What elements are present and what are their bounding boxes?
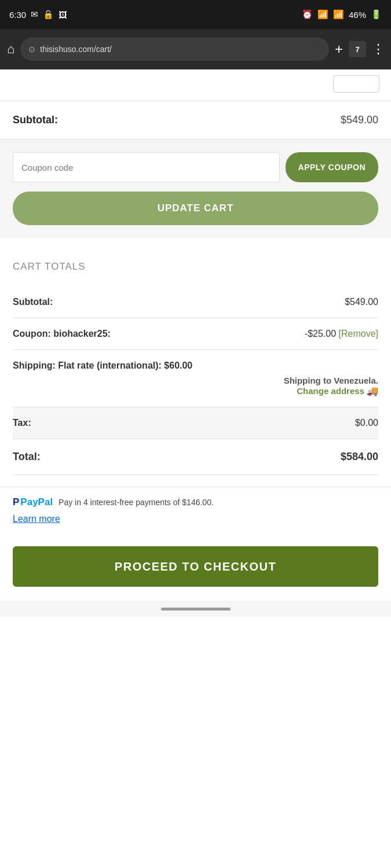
tabs-button[interactable]: 7 (349, 41, 366, 57)
subtotal-row: Subtotal: $549.00 (0, 101, 391, 139)
totals-total-value: $584.00 (214, 439, 378, 475)
totals-shipping-cell: Shipping: Flat rate (international): $60… (13, 350, 378, 407)
bottom-bar (0, 601, 391, 617)
cart-totals-section: CART TOTALS Subtotal: $549.00 Coupon: bi… (0, 238, 391, 487)
totals-subtotal-row: Subtotal: $549.00 (13, 286, 378, 318)
add-tab-button[interactable]: + (335, 41, 343, 57)
paypal-p-icon: P (13, 496, 19, 508)
truck-icon: 🚚 (367, 385, 378, 396)
update-cart-button[interactable]: UPDATE CART (13, 192, 378, 225)
apply-coupon-button[interactable]: APPLY COUPON (286, 152, 378, 182)
home-indicator (161, 608, 231, 610)
gmail-icon: ✉ (31, 9, 38, 20)
totals-subtotal-value: $549.00 (214, 286, 378, 318)
subtotal-label: Subtotal: (13, 114, 58, 126)
checkout-btn-wrapper: PROCEED TO CHECKOUT (0, 538, 391, 601)
totals-shipping-row: Shipping: Flat rate (international): $60… (13, 350, 378, 407)
partial-input-box (333, 75, 379, 93)
learn-more-link[interactable]: Learn more (13, 512, 60, 527)
subtotal-value: $549.00 (341, 114, 378, 126)
signal-icon: 📶 (333, 9, 344, 20)
shipping-to-text: Shipping to Venezuela. (13, 376, 378, 385)
photos-icon: 🖼 (59, 10, 67, 20)
coupon-input[interactable] (13, 152, 280, 182)
paypal-payment-text: Pay in 4 interest-free payments of $146.… (59, 498, 214, 507)
change-address-link[interactable]: Change address 🚚 (297, 385, 378, 396)
url-text: thisishuso.com/cart/ (40, 45, 112, 54)
totals-total-row: Total: $584.00 (13, 439, 378, 475)
status-left: 6:30 ✉ 🔒 🖼 (9, 9, 67, 20)
coupon-row: APPLY COUPON (13, 152, 378, 182)
proceed-checkout-button[interactable]: PROCEED TO CHECKOUT (13, 546, 378, 587)
totals-tax-row: Tax: $0.00 (13, 407, 378, 439)
cart-totals-title: CART TOTALS (13, 261, 378, 273)
top-partial-area (0, 69, 391, 101)
wifi-icon: 📶 (317, 9, 328, 20)
tab-count: 7 (355, 45, 359, 54)
home-button[interactable]: ⌂ (7, 42, 14, 57)
totals-subtotal-label: Subtotal: (13, 286, 214, 318)
alarm-icon: ⏰ (302, 9, 313, 20)
paypal-section: P PayPal Pay in 4 interest-free payments… (0, 487, 391, 538)
paypal-name: PayPal (20, 496, 53, 508)
shipping-label: Shipping: Flat rate (international): $60… (13, 361, 192, 371)
battery-icon: 🔋 (371, 9, 382, 20)
url-bar[interactable]: ⊙ thisishuso.com/cart/ (20, 38, 329, 61)
totals-coupon-row: Coupon: biohacker25: -$25.00 [Remove] (13, 318, 378, 350)
url-security-icon: ⊙ (28, 45, 35, 54)
totals-table: Subtotal: $549.00 Coupon: biohacker25: -… (13, 286, 378, 475)
paypal-logo: P PayPal (13, 496, 53, 508)
browser-bar: ⌂ ⊙ thisishuso.com/cart/ + 7 ⋮ (0, 29, 391, 69)
remove-coupon-link[interactable]: [Remove] (339, 329, 378, 339)
totals-coupon-label: Coupon: biohacker25: (13, 318, 214, 350)
main-content: Subtotal: $549.00 APPLY COUPON UPDATE CA… (0, 69, 391, 617)
battery-percent: 46% (349, 10, 366, 20)
lock-icon: 🔒 (43, 9, 54, 20)
status-right: ⏰ 📶 📶 46% 🔋 (302, 9, 382, 20)
coupon-section: APPLY COUPON UPDATE CART (0, 139, 391, 238)
browser-menu-button[interactable]: ⋮ (372, 42, 384, 57)
status-bar: 6:30 ✉ 🔒 🖼 ⏰ 📶 📶 46% 🔋 (0, 0, 391, 29)
paypal-row: P PayPal Pay in 4 interest-free payments… (13, 496, 378, 508)
status-time: 6:30 (9, 10, 26, 20)
totals-total-label: Total: (13, 439, 214, 475)
totals-coupon-value: -$25.00 [Remove] (214, 318, 378, 350)
totals-tax-label: Tax: (13, 407, 214, 439)
totals-tax-value: $0.00 (214, 407, 378, 439)
